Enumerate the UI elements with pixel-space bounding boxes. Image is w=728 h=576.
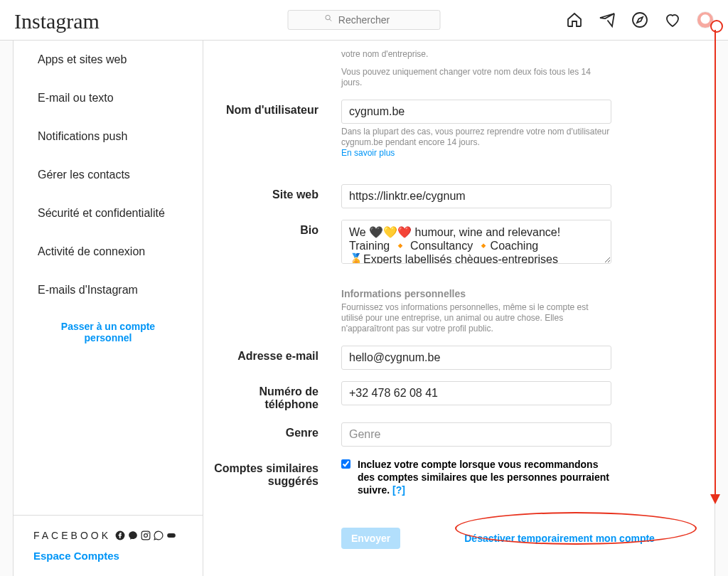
- facebook-wordmark: FACEBOOK: [33, 530, 111, 541]
- bio-textarea[interactable]: We 🖤💛❤️ humour, wine and relevance! Trai…: [341, 220, 611, 264]
- phone-input[interactable]: [341, 381, 611, 405]
- sidebar-item-push[interactable]: Notifications push: [14, 117, 203, 156]
- search-input[interactable]: [288, 10, 441, 30]
- sidebar-item-contacts[interactable]: Gérer les contacts: [14, 156, 203, 194]
- submit-button[interactable]: Envoyer: [341, 528, 400, 549]
- learn-more-link[interactable]: En savoir plus: [341, 148, 395, 158]
- sidebar-item-apps[interactable]: Apps et sites web: [14, 41, 203, 79]
- similar-accounts-text: Incluez votre compte lorsque vous recomm…: [358, 458, 611, 496]
- sidebar-switch-account[interactable]: Passer à un compte personnel: [14, 309, 203, 355]
- search-icon: [324, 14, 332, 24]
- svg-rect-4: [141, 531, 150, 540]
- facebook-brand: FACEBOOK: [33, 530, 183, 541]
- gender-input[interactable]: [341, 422, 611, 447]
- sidebar-item-privacy[interactable]: Sécurité et confidentialité: [14, 194, 203, 233]
- svg-point-0: [325, 15, 329, 19]
- messages-icon[interactable]: [599, 11, 616, 28]
- svg-point-5: [144, 534, 148, 538]
- username-input[interactable]: [341, 100, 611, 124]
- name-hint-1: votre nom d'entreprise.: [341, 49, 611, 60]
- name-hint-2: Vous pouvez uniquement changer votre nom…: [341, 67, 611, 88]
- bio-label: Bio: [203, 220, 341, 267]
- phone-label: Numéro de téléphone: [203, 381, 341, 411]
- facebook-icon: [115, 530, 125, 540]
- gender-label: Genre: [203, 422, 341, 447]
- activity-icon[interactable]: [664, 11, 681, 28]
- similar-accounts-checkbox[interactable]: [341, 459, 350, 469]
- svg-rect-7: [167, 533, 176, 538]
- sidebar-item-ig-emails[interactable]: E-mails d'Instagram: [14, 271, 203, 309]
- similar-help-link[interactable]: [?]: [392, 484, 405, 496]
- personal-info-hint: Fournissez vos informations personnelles…: [341, 302, 611, 334]
- svg-point-6: [147, 533, 149, 534]
- home-icon[interactable]: [566, 11, 583, 28]
- sidebar-item-login[interactable]: Activité de connexion: [14, 233, 203, 271]
- email-label: Adresse e-mail: [203, 346, 341, 370]
- svg-point-2: [633, 13, 647, 27]
- username-label: Nom d'utilisateur: [203, 100, 341, 159]
- edit-profile-form: votre nom d'entreprise. Vous pouvez uniq…: [203, 41, 715, 576]
- explore-icon[interactable]: [631, 11, 648, 28]
- brand-logo[interactable]: Instagram: [14, 8, 100, 32]
- email-input[interactable]: [341, 346, 611, 370]
- profile-avatar[interactable]: [697, 11, 714, 28]
- deactivate-account-link[interactable]: Désactiver temporairement mon compte: [464, 533, 655, 544]
- messenger-icon: [128, 530, 138, 540]
- svg-line-1: [329, 19, 331, 21]
- sidebar-item-email-sms[interactable]: E-mail ou texto: [14, 79, 203, 117]
- website-input[interactable]: [341, 184, 611, 208]
- top-nav: Instagram: [0, 0, 728, 41]
- settings-sidebar: Apps et sites web E-mail ou texto Notifi…: [13, 41, 203, 576]
- accounts-center-link[interactable]: Espace Comptes: [33, 550, 183, 562]
- website-label: Site web: [203, 184, 341, 208]
- username-hint: Dans la plupart des cas, vous pourrez re…: [341, 127, 611, 159]
- personal-info-heading: Informations personnelles: [341, 288, 611, 299]
- instagram-icon: [141, 530, 151, 540]
- oculus-icon: [166, 530, 176, 540]
- similar-accounts-label: Comptes similaires suggérés: [203, 458, 341, 496]
- whatsapp-icon: [154, 530, 164, 540]
- facebook-app-icons: [115, 530, 176, 540]
